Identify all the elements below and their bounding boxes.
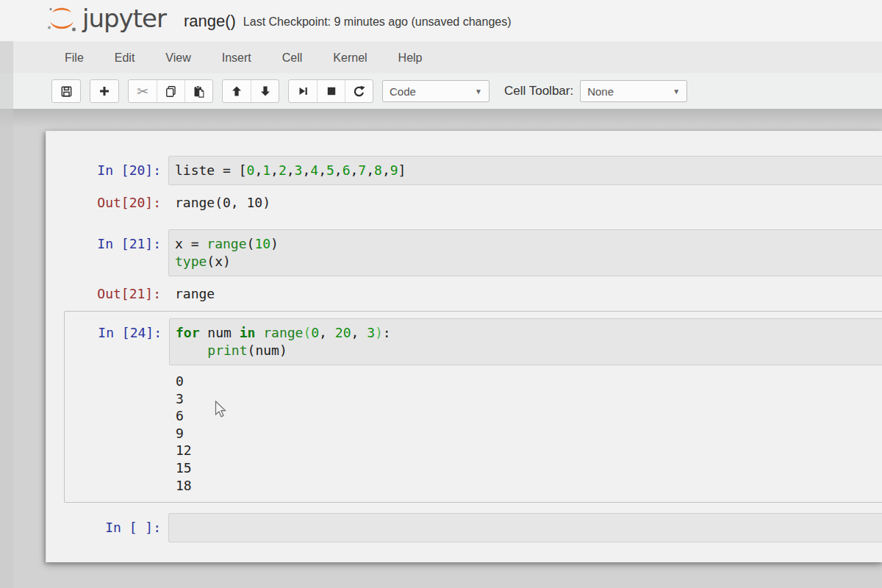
save-icon: [60, 85, 73, 98]
paste-icon: [193, 85, 205, 98]
stream-output: 0 3 6 9 12 15 18: [176, 373, 882, 494]
output-prompt: Out[20]:: [46, 194, 168, 212]
menu-kernel[interactable]: Kernel: [333, 51, 367, 65]
code-input[interactable]: [168, 513, 882, 542]
menu-insert[interactable]: Insert: [222, 51, 251, 65]
jupyter-notebook-app: jupyter range() Last Checkpoint: 9 minut…: [0, 0, 882, 588]
input-prompt: In [21]:: [46, 229, 168, 253]
input-prompt: In [24]:: [65, 318, 169, 342]
code-cell: In [21]: x = range(10)type(x): [46, 229, 882, 276]
restart-kernel-button[interactable]: [345, 80, 373, 102]
output-result: range(0, 10): [175, 194, 270, 212]
menu-help[interactable]: Help: [398, 51, 423, 65]
toolbar: ✂: [0, 74, 882, 109]
save-button[interactable]: [52, 80, 80, 102]
scissors-icon: ✂: [137, 85, 148, 98]
chevron-down-icon: ▼: [475, 87, 482, 96]
run-icon: [297, 85, 309, 97]
chevron-down-icon: ▼: [673, 87, 680, 96]
notebook-container: In [20]: liste = [0,1,2,3,4,5,6,7,8,9] O…: [46, 131, 882, 562]
menu-edit[interactable]: Edit: [115, 51, 135, 65]
input-prompt: In [ ]:: [46, 513, 168, 537]
menu-view[interactable]: View: [165, 51, 190, 65]
menu-file[interactable]: File: [65, 51, 84, 65]
cell-toolbar-select[interactable]: None ▼: [580, 80, 687, 102]
code-cell: In [20]: liste = [0,1,2,3,4,5,6,7,8,9]: [46, 156, 882, 185]
plus-icon: [98, 85, 110, 97]
copy-button[interactable]: [157, 80, 184, 102]
left-edge-strip: [0, 41, 13, 588]
cell-type-value: Code: [390, 85, 416, 98]
jupyter-logo[interactable]: jupyter: [46, 3, 166, 38]
copy-icon: [165, 85, 177, 98]
selected-code-cell[interactable]: In [24]: for num in range(0, 20, 3): pri…: [64, 311, 882, 503]
notebook-header: jupyter range() Last Checkpoint: 9 minut…: [0, 0, 882, 41]
add-cell-button[interactable]: [90, 80, 118, 102]
paste-button[interactable]: [184, 80, 212, 102]
code-input[interactable]: for num in range(0, 20, 3): print(num): [169, 318, 882, 365]
output-result: range: [175, 285, 215, 303]
cell-toolbar-value: None: [587, 85, 614, 98]
input-prompt: In [20]:: [46, 156, 168, 179]
run-cell-button[interactable]: [289, 80, 317, 102]
cell-type-select[interactable]: Code ▼: [382, 80, 490, 102]
menubar: File Edit View Insert Cell Kernel Help: [0, 41, 882, 74]
stop-icon: [326, 85, 337, 97]
arrow-down-icon: [259, 85, 271, 97]
interrupt-kernel-button[interactable]: [317, 80, 345, 102]
cut-button[interactable]: ✂: [129, 80, 157, 102]
output-area: Out[20]: range(0, 10): [46, 194, 882, 212]
cell-toolbar-label: Cell Toolbar:: [504, 84, 573, 98]
empty-code-cell: In [ ]:: [46, 513, 882, 542]
checkpoint-status: Last Checkpoint: 9 minutes ago (unsaved …: [243, 15, 512, 29]
menu-cell[interactable]: Cell: [282, 51, 303, 65]
restart-icon: [353, 85, 365, 98]
notebook-title[interactable]: range(): [184, 12, 236, 31]
jupyter-planet-icon: [46, 3, 78, 38]
arrow-up-icon: [231, 85, 243, 97]
move-cell-up-button[interactable]: [223, 80, 251, 102]
move-cell-down-button[interactable]: [251, 80, 279, 102]
code-input[interactable]: x = range(10)type(x): [168, 229, 882, 276]
jupyter-logo-text: jupyter: [82, 4, 166, 33]
code-input[interactable]: liste = [0,1,2,3,4,5,6,7,8,9]: [168, 156, 882, 185]
output-prompt: Out[21]:: [46, 285, 168, 303]
output-area: Out[21]: range: [46, 285, 882, 303]
